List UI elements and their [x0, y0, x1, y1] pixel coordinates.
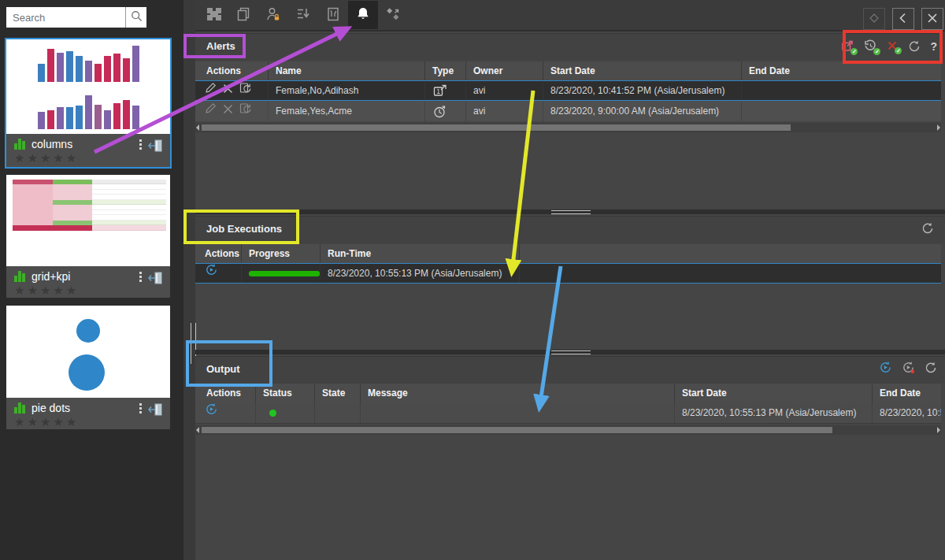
- star-icon[interactable]: [27, 153, 37, 164]
- rating-stars[interactable]: [14, 285, 164, 296]
- column-header-end-date[interactable]: End Date: [742, 61, 941, 80]
- table-row[interactable]: Female,Yes,Acme avi 8/23/2020, 9:00:00 A…: [195, 101, 941, 121]
- column-header-progress[interactable]: Progress: [242, 244, 321, 263]
- column-header-status[interactable]: Status: [256, 384, 315, 402]
- scroll-left-icon[interactable]: [196, 124, 199, 131]
- schedule-list-button[interactable]: [288, 1, 318, 29]
- help-icon[interactable]: ?: [930, 40, 937, 53]
- rating-stars[interactable]: [14, 153, 164, 164]
- sidebar: columns: [0, 0, 183, 560]
- card-title: grid+kpi: [32, 270, 70, 283]
- scrollbar-thumb[interactable]: [202, 124, 791, 131]
- alerts-bell-button[interactable]: [348, 1, 378, 29]
- bar-chart-icon: [14, 271, 25, 282]
- column-header-end-date[interactable]: End Date: [873, 384, 941, 402]
- column-header-state[interactable]: State: [315, 384, 361, 402]
- search-button[interactable]: [125, 7, 146, 28]
- components-button[interactable]: [198, 1, 228, 29]
- table-row[interactable]: 8/23/2020, 10:55:13 PM (Asia/Jerusalem): [195, 263, 941, 284]
- star-icon[interactable]: [66, 417, 76, 428]
- card-menu-button[interactable]: [138, 138, 143, 151]
- rerun-icon[interactable]: [239, 102, 252, 121]
- card-title: columns: [32, 138, 72, 150]
- card-menu-button[interactable]: [138, 402, 143, 415]
- sidebar-splitter[interactable]: [183, 0, 195, 560]
- star-icon[interactable]: [27, 417, 37, 428]
- star-icon[interactable]: [53, 417, 63, 428]
- star-icon[interactable]: [40, 153, 50, 164]
- column-header-message[interactable]: Message: [361, 384, 675, 402]
- column-header-name[interactable]: Name: [269, 61, 425, 80]
- star-icon[interactable]: [40, 285, 50, 296]
- scrollbar-thumb[interactable]: [202, 427, 832, 433]
- restore-button[interactable]: [863, 8, 885, 30]
- star-icon[interactable]: [53, 285, 63, 296]
- refresh-icon[interactable]: [921, 222, 934, 235]
- table-row[interactable]: Female,No,Adihash 1 avi 8/23/2020, 10:41…: [195, 80, 941, 101]
- star-icon[interactable]: [66, 153, 76, 164]
- copy-button[interactable]: [228, 1, 258, 29]
- table-row[interactable]: 8/23/2020, 10:55:13 PM (Asia/Jerusalem) …: [195, 402, 941, 424]
- output-message: [361, 402, 675, 423]
- output-horizontal-scrollbar[interactable]: [195, 425, 941, 435]
- star-icon[interactable]: [40, 417, 50, 428]
- dashboard-card-grid-kpi[interactable]: grid+kpi: [6, 175, 170, 298]
- column-header-actions[interactable]: Actions: [195, 61, 269, 80]
- rating-stars[interactable]: [14, 417, 164, 428]
- user-lock-icon: [265, 6, 281, 24]
- data-flow-button[interactable]: [378, 1, 408, 29]
- close-button[interactable]: [921, 8, 943, 30]
- refresh-icon[interactable]: [908, 40, 921, 53]
- delete-x-icon[interactable]: [223, 102, 233, 121]
- column-header-type[interactable]: Type: [425, 61, 466, 80]
- splitter-grip[interactable]: [551, 210, 591, 214]
- schedule-once-check-icon[interactable]: [841, 39, 854, 53]
- alerts-jobs-splitter[interactable]: [195, 210, 945, 214]
- history-check-icon[interactable]: [864, 39, 877, 53]
- refresh-icon[interactable]: [925, 362, 937, 374]
- open-dashboard-icon[interactable]: [148, 402, 164, 420]
- dashboard-card-columns[interactable]: columns: [6, 39, 170, 167]
- delete-check-icon[interactable]: [887, 40, 899, 52]
- open-dashboard-icon[interactable]: [148, 271, 164, 288]
- rerun-output-icon[interactable]: [205, 402, 218, 423]
- search-bar: [6, 7, 146, 28]
- splitter-grip[interactable]: [551, 350, 591, 354]
- admin-document-button[interactable]: [318, 1, 348, 29]
- run-output-icon[interactable]: [879, 361, 892, 374]
- alerts-horizontal-scrollbar[interactable]: [195, 123, 941, 132]
- rerun-job-icon[interactable]: [205, 264, 218, 283]
- star-icon[interactable]: [14, 153, 24, 164]
- delete-x-icon[interactable]: [223, 81, 233, 100]
- column-header-actions[interactable]: Actions: [195, 384, 256, 402]
- column-header-start-date[interactable]: Start Date: [675, 384, 873, 402]
- column-header-run-time[interactable]: Run-Time: [321, 244, 520, 263]
- star-icon[interactable]: [14, 285, 24, 296]
- star-icon[interactable]: [66, 285, 76, 296]
- edit-pencil-icon[interactable]: [205, 102, 217, 121]
- job-executions-section-header: Job Executions: [195, 216, 945, 243]
- alert-owner: avi: [466, 101, 543, 121]
- column-header-start-date[interactable]: Start Date: [543, 61, 742, 80]
- edit-pencil-icon[interactable]: [205, 81, 217, 100]
- dashboard-card-pie-dots[interactable]: pie dots: [6, 306, 170, 429]
- column-header-owner[interactable]: Owner: [466, 61, 543, 80]
- jobs-output-splitter[interactable]: [195, 350, 945, 354]
- star-icon[interactable]: [27, 285, 37, 296]
- star-icon[interactable]: [14, 417, 24, 428]
- scroll-left-icon[interactable]: [196, 427, 199, 433]
- back-button[interactable]: [892, 8, 914, 30]
- card-menu-button[interactable]: [138, 270, 143, 284]
- user-security-button[interactable]: [258, 1, 288, 29]
- scroll-right-icon[interactable]: [937, 124, 940, 131]
- run-output-stop-icon[interactable]: [902, 361, 915, 374]
- open-dashboard-icon[interactable]: [148, 139, 164, 156]
- window-controls: [863, 8, 943, 30]
- column-header-actions[interactable]: Actions: [195, 244, 242, 263]
- search-input[interactable]: [6, 7, 125, 28]
- scroll-right-icon[interactable]: [937, 427, 940, 433]
- column-header-empty[interactable]: [520, 244, 941, 263]
- star-icon[interactable]: [53, 153, 63, 164]
- alerts-section-header: Alerts: [195, 33, 945, 61]
- rerun-icon[interactable]: [239, 81, 252, 100]
